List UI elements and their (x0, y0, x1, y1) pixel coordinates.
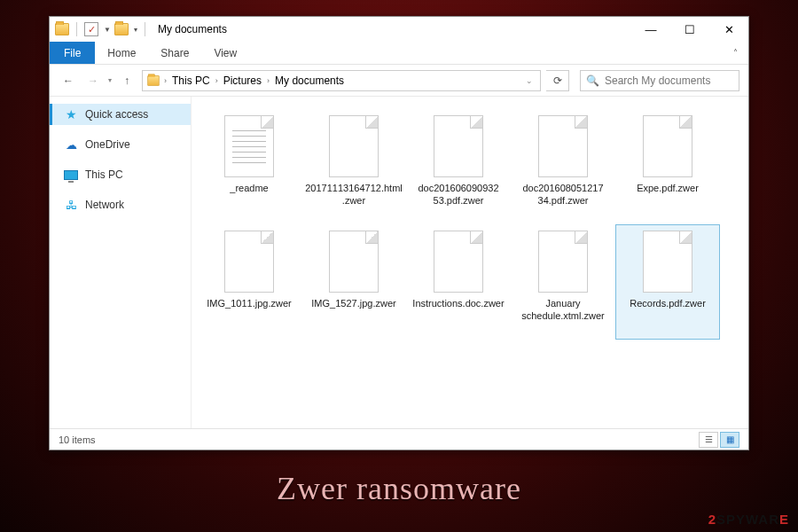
address-bar[interactable]: › This PC › Pictures › My documents ⌄ (142, 70, 541, 91)
file-item[interactable]: IMG_1011.jpg.zwer (197, 224, 301, 340)
address-dropdown-icon[interactable]: ⌄ (526, 76, 536, 85)
sidebar-item-label: OneDrive (85, 138, 130, 151)
status-bar: 10 items ☰ ▦ (50, 428, 748, 450)
sidebar-item-onedrive[interactable]: ☁ OneDrive (50, 134, 191, 155)
separator (76, 22, 77, 36)
file-label: Records.pdf.zwer (630, 298, 706, 310)
minimize-button[interactable]: — (631, 17, 670, 42)
navigation-pane: ★ Quick access ☁ OneDrive This PC 🖧 Netw… (50, 97, 192, 428)
view-mode-buttons: ☰ ▦ (699, 432, 739, 448)
file-label: IMG_1527.jpg.zwer (311, 298, 395, 310)
maximize-button[interactable]: ☐ (670, 17, 709, 42)
watermark-part: E (779, 512, 789, 527)
blank-file-icon (538, 115, 588, 177)
sidebar-item-this-pc[interactable]: This PC (50, 164, 191, 185)
chevron-right-icon[interactable]: › (164, 76, 167, 85)
ribbon-expand-icon[interactable]: ˄ (722, 42, 748, 64)
page-fold-icon (261, 231, 273, 244)
file-item[interactable]: Expe.pdf.zwer (615, 109, 720, 224)
chevron-right-icon[interactable]: › (267, 76, 270, 85)
sidebar-item-network[interactable]: 🖧 Network (50, 194, 191, 215)
page-fold-icon (679, 231, 692, 244)
page-fold-icon (679, 116, 692, 129)
file-label: 20171113164712.html.zwer (304, 183, 403, 207)
navigation-bar: ← → ▾ ↑ › This PC › Pictures › My docume… (50, 65, 748, 97)
file-item[interactable]: doc201606090932 53.pdf.zwer (406, 109, 511, 224)
ribbon-tabs: File Home Share View ˄ (50, 42, 748, 65)
tab-view[interactable]: View (201, 42, 249, 64)
history-dropdown-icon[interactable]: ▾ (108, 76, 112, 84)
item-count: 10 items (59, 434, 96, 445)
search-icon: 🔍 (586, 74, 599, 87)
watermark: 2SPYWARE (708, 512, 789, 527)
file-view[interactable]: _readme20171113164712.html.zwerdoc201606… (192, 97, 748, 428)
explorer-body: ★ Quick access ☁ OneDrive This PC 🖧 Netw… (50, 97, 748, 428)
qat-dropdown-icon[interactable]: ▼ (104, 26, 111, 34)
blank-file-icon (643, 231, 692, 293)
file-item[interactable]: Instructions.doc.zwer (406, 224, 511, 340)
window-title: My documents (158, 23, 227, 35)
tab-home[interactable]: Home (95, 42, 148, 64)
chevron-right-icon[interactable]: › (215, 76, 218, 85)
file-label: doc201606090932 53.pdf.zwer (409, 183, 508, 207)
refresh-button[interactable]: ⟳ (546, 70, 569, 91)
separator (145, 22, 145, 36)
forward-button[interactable]: → (83, 71, 103, 90)
page-fold-icon (470, 116, 482, 129)
file-label: Expe.pdf.zwer (637, 183, 699, 195)
blank-file-icon (538, 231, 588, 293)
file-item[interactable]: IMG_1527.jpg.zwer (301, 224, 406, 340)
breadcrumb-item[interactable]: Pictures (222, 74, 263, 87)
page-fold-icon (470, 231, 482, 244)
details-view-button[interactable]: ☰ (699, 432, 718, 448)
file-label: doc201608051217 34.pdf.zwer (513, 183, 613, 207)
file-item[interactable]: Records.pdf.zwer (615, 224, 720, 340)
title-bar: ✓ ▼ ▾ My documents — ☐ ✕ (50, 17, 748, 42)
file-item[interactable]: January schedule.xtml.zwer (511, 224, 615, 340)
sidebar-item-quick-access[interactable]: ★ Quick access (50, 104, 191, 125)
file-label: January schedule.xtml.zwer (513, 298, 613, 323)
folder-icon (55, 23, 69, 35)
back-button[interactable]: ← (59, 71, 78, 90)
tab-share[interactable]: Share (148, 42, 201, 64)
file-tab[interactable]: File (50, 42, 95, 64)
blank-file-icon (329, 231, 379, 293)
explorer-window: ✓ ▼ ▾ My documents — ☐ ✕ File Home Share… (49, 16, 749, 450)
close-button[interactable]: ✕ (709, 17, 748, 42)
page-fold-icon (575, 116, 587, 129)
file-grid: _readme20171113164712.html.zwerdoc201606… (197, 109, 743, 340)
new-folder-icon[interactable] (114, 23, 129, 35)
star-icon: ★ (64, 107, 78, 121)
blank-file-icon (224, 231, 274, 293)
window-controls: — ☐ ✕ (631, 17, 748, 42)
file-item[interactable]: _readme (197, 109, 301, 224)
blank-file-icon (643, 115, 692, 177)
file-item[interactable]: doc201608051217 34.pdf.zwer (511, 109, 615, 224)
page-fold-icon (575, 231, 587, 244)
blank-file-icon (434, 115, 483, 177)
watermark-part: SPYWAR (716, 512, 779, 527)
caption-text: Zwer ransomware (0, 470, 798, 507)
monitor-icon (64, 168, 78, 182)
up-button[interactable]: ↑ (117, 71, 137, 90)
file-label: IMG_1011.jpg.zwer (207, 298, 291, 310)
page-fold-icon (261, 116, 273, 129)
blank-file-icon (329, 115, 379, 177)
icons-view-button[interactable]: ▦ (720, 432, 739, 448)
page-fold-icon (365, 231, 378, 244)
cloud-icon: ☁ (64, 137, 78, 152)
sidebar-item-label: This PC (85, 168, 123, 181)
sidebar-item-label: Network (85, 199, 124, 211)
page-fold-icon (365, 116, 378, 129)
breadcrumb-item[interactable]: My documents (273, 74, 346, 87)
quick-access-toolbar: ✓ ▼ ▾ (55, 22, 149, 36)
breadcrumb-item[interactable]: This PC (170, 74, 212, 87)
qat-caret-icon[interactable]: ▾ (134, 26, 137, 34)
blank-file-icon (434, 231, 483, 293)
file-item[interactable]: 20171113164712.html.zwer (301, 109, 406, 224)
file-label: Instructions.doc.zwer (412, 298, 504, 310)
search-placeholder: Search My documents (605, 74, 710, 87)
watermark-part: 2 (708, 512, 716, 527)
search-input[interactable]: 🔍 Search My documents (580, 70, 739, 91)
properties-toggle[interactable]: ✓ (84, 22, 98, 36)
